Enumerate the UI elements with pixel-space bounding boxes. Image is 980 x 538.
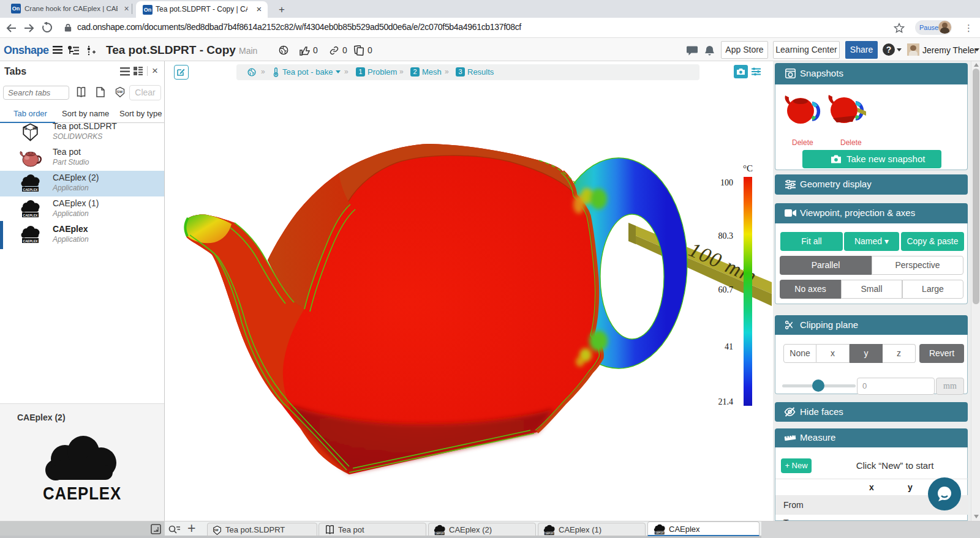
svg-text:CAEPLEX: CAEPLEX [23,214,38,217]
svg-text:W: W [32,125,37,131]
svg-text:100: 100 [720,178,733,187]
svg-text:CAEPLEX: CAEPLEX [23,188,38,192]
svg-text:80.3: 80.3 [718,231,734,241]
svg-text:CAEPLEX: CAEPLEX [435,532,445,535]
svg-text:°C: °C [743,163,753,173]
svg-text:S: S [24,125,28,131]
svg-text:SW: SW [214,529,219,532]
svg-text:CAEPLEX: CAEPLEX [43,483,121,503]
svg-text:41: 41 [725,342,733,351]
svg-text:CAEPLEX: CAEPLEX [545,532,554,535]
svg-text:SW: SW [117,90,123,94]
svg-text:CAEPLEX: CAEPLEX [655,532,665,534]
svg-text:CAEPLEX: CAEPLEX [23,239,38,243]
svg-text:21.4: 21.4 [718,397,734,406]
svg-text:60.7: 60.7 [718,285,734,294]
